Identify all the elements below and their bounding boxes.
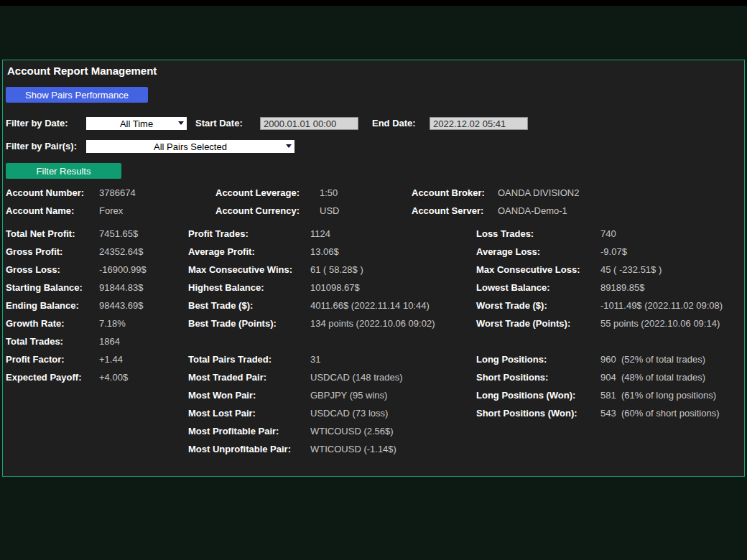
stat-label: Profit Trades: [188, 228, 310, 240]
account-server-value: OANDA-Demo-1 [498, 205, 567, 216]
stat-label: Starting Balance: [6, 281, 99, 294]
show-pairs-performance-button[interactable]: Show Pairs Performance [6, 87, 148, 103]
stat-row: Worst Trade (Points):55 points (2022.10.… [476, 317, 723, 335]
stat-label: Average Loss: [476, 246, 600, 258]
stat-label: Most Unprofitable Pair: [188, 443, 310, 455]
pairs-select[interactable]: All Pairs Selected [86, 140, 294, 153]
stat-row: Average Profit:13.06$ [188, 246, 435, 263]
stat-label: Short Positions: [476, 371, 600, 383]
stat-value: 24352.64$ [99, 246, 143, 257]
stat-row: Starting Balance:91844.83$ [6, 281, 147, 299]
stat-row: Most Won Pair:GBPJPY (95 wins) [188, 389, 435, 407]
stat-value: 61 ( 58.28$ ) [310, 264, 363, 275]
stat-value: 543 (60% of short positions) [600, 408, 719, 419]
stat-value: 4011.66$ (2022.11.14 10:44) [310, 300, 430, 311]
account-leverage-value: 1:50 [320, 187, 338, 198]
stat-label: Growth Rate: [6, 317, 99, 330]
stat-value: +1.44 [99, 354, 123, 365]
stat-row: Ending Balance:98443.69$ [6, 299, 147, 317]
account-number-label: Account Number: [6, 187, 99, 198]
stats-column-1: Total Net Profit:7451.65$ Gross Profit:2… [6, 228, 147, 389]
stat-label: Max Consecutive Loss: [476, 263, 600, 276]
stat-label: Long Positions: [476, 353, 600, 365]
account-name-value: Forex [99, 205, 123, 216]
stat-row: Best Trade ($):4011.66$ (2022.11.14 10:4… [188, 299, 435, 317]
stat-row: Lowest Balance:89189.85$ [476, 281, 723, 299]
stat-value: 91844.83$ [99, 282, 143, 293]
stat-value: -1011.49$ (2022.11.02 09:08) [600, 300, 723, 311]
end-date-label: End Date: [372, 117, 416, 130]
stat-value: WTICOUSD (2.56$) [310, 426, 394, 437]
filter-results-button[interactable]: Filter Results [6, 163, 121, 179]
stat-label: Total Trades: [6, 335, 99, 347]
stat-label: Average Profit: [188, 246, 310, 258]
account-info-row: Account Name:Forex Account Currency:USD … [6, 205, 744, 223]
date-filter-row: Filter by Date: All Time Start Date: End… [3, 117, 744, 131]
stat-value: 581 (61% of long positions) [600, 390, 716, 401]
stat-row: Most Lost Pair:USDCAD (73 loss) [188, 407, 435, 425]
stat-label: Worst Trade ($): [476, 299, 600, 312]
stat-label: Worst Trade (Points): [476, 317, 600, 330]
account-broker-label: Account Broker: [412, 187, 498, 198]
stat-row: Gross Profit:24352.64$ [6, 246, 147, 263]
stat-label: Highest Balance: [188, 281, 310, 294]
stat-label: Best Trade ($): [188, 299, 310, 312]
stat-value: 89189.85$ [600, 282, 644, 293]
stat-value: 904 (48% of total trades) [600, 372, 705, 383]
stat-label: Most Lost Pair: [188, 407, 310, 419]
stat-row: Worst Trade ($):-1011.49$ (2022.11.02 09… [476, 299, 723, 317]
stat-label: Total Pairs Traded: [188, 353, 310, 365]
top-edge [0, 0, 747, 6]
stat-label: Max Consecutive Wins: [188, 263, 310, 276]
stat-value: 31 [310, 354, 320, 365]
stat-label: Most Profitable Pair: [188, 425, 310, 437]
stat-value: WTICOUSD (-1.14$) [310, 444, 396, 454]
stat-label: Lowest Balance: [476, 281, 600, 294]
stat-value: 1124 [310, 228, 330, 239]
stat-row: Long Positions:960 (52% of total trades) [476, 353, 723, 371]
account-broker-value: OANDA DIVISION2 [498, 187, 579, 198]
stat-value: USDCAD (73 loss) [310, 408, 388, 419]
stat-row: Short Positions (Won):543 (60% of short … [476, 407, 723, 425]
stat-label: Ending Balance: [6, 299, 99, 312]
stat-value: -16900.99$ [99, 264, 147, 275]
start-date-input[interactable] [260, 117, 358, 130]
stat-value: 134 points (2022.10.06 09:02) [310, 318, 435, 329]
date-range-select[interactable]: All Time [86, 117, 187, 130]
filter-by-pairs-label: Filter by Pair(s): [6, 140, 77, 153]
stat-row: Highest Balance:101098.67$ [188, 281, 435, 299]
stat-row: Growth Rate:7.18% [6, 317, 147, 335]
stat-row [476, 335, 723, 353]
stat-value: USDCAD (148 trades) [310, 372, 403, 383]
end-date-input[interactable] [430, 117, 528, 130]
stat-row: Long Positions (Won):581 (61% of long po… [476, 389, 723, 407]
stat-label: Loss Trades: [476, 228, 600, 240]
stat-row: Expected Payoff:+4.00$ [6, 371, 147, 389]
stat-row: Most Unprofitable Pair:WTICOUSD (-1.14$) [188, 443, 435, 461]
stat-row: Max Consecutive Wins:61 ( 58.28$ ) [188, 263, 435, 281]
stat-row: Profit Trades:1124 [188, 228, 435, 246]
stat-label: Total Net Profit: [6, 228, 99, 240]
stat-label: Short Positions (Won): [476, 407, 600, 419]
stat-value: 7.18% [99, 318, 126, 329]
stat-row: Most Traded Pair:USDCAD (148 trades) [188, 371, 435, 389]
stat-value: 98443.69$ [99, 300, 143, 311]
stat-row: Most Profitable Pair:WTICOUSD (2.56$) [188, 425, 435, 443]
stat-row: Short Positions:904 (48% of total trades… [476, 371, 723, 389]
stat-value: 55 points (2022.10.06 09:14) [600, 318, 720, 329]
account-server-label: Account Server: [412, 205, 498, 216]
stat-row [188, 335, 435, 353]
stats-column-2: Profit Trades:1124 Average Profit:13.06$… [188, 228, 435, 461]
stat-label: Gross Loss: [6, 263, 99, 276]
stat-label: Most Won Pair: [188, 389, 310, 401]
stat-value: 7451.65$ [99, 228, 138, 239]
account-name-label: Account Name: [6, 205, 99, 216]
stat-value: 45 ( -232.51$ ) [600, 264, 662, 275]
stat-label: Expected Payoff: [6, 371, 99, 383]
stat-value: GBPJPY (95 wins) [310, 390, 387, 401]
stat-row: Profit Factor:+1.44 [6, 353, 147, 371]
stat-label: Gross Profit: [6, 246, 99, 258]
account-currency-label: Account Currency: [215, 205, 320, 216]
stat-value: 1864 [99, 336, 120, 347]
pairs-selected-value: All Pairs Selected [154, 141, 227, 152]
